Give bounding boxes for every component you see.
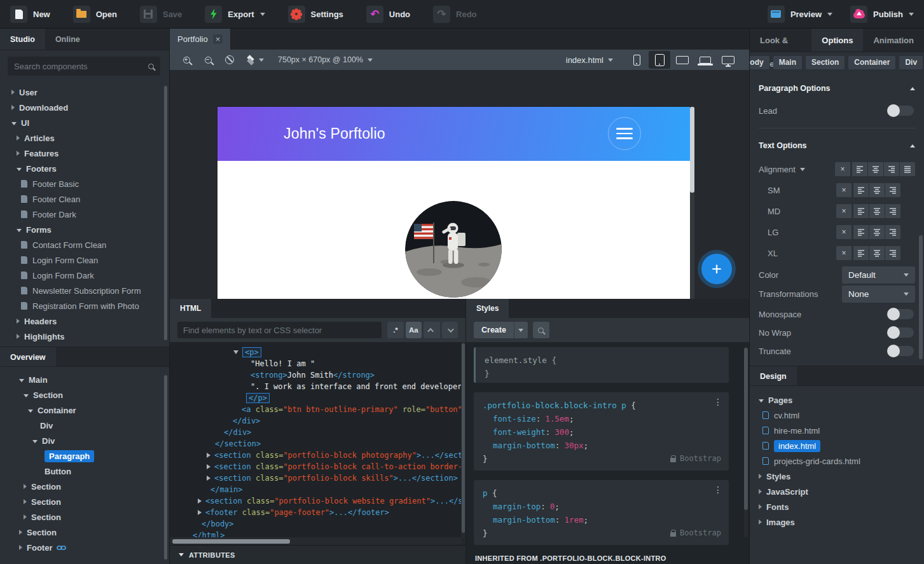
device-phone-button[interactable]: [626, 51, 647, 69]
tab-html[interactable]: HTML: [170, 299, 211, 318]
no-wrap-toggle[interactable]: [888, 327, 914, 338]
align-center-button[interactable]: [869, 183, 885, 197]
tab-styles[interactable]: Styles: [466, 299, 509, 318]
html-horizontal-scrollbar-thumb[interactable]: [172, 539, 290, 544]
align-right-button[interactable]: [885, 246, 900, 260]
device-landscape-button[interactable]: [672, 51, 693, 69]
breadcrumb-section[interactable]: Section: [806, 56, 845, 69]
design-item-projects-grid-cards-html[interactable]: projects-grid-cards.html: [750, 453, 920, 469]
design-item-index-html[interactable]: index.html: [750, 438, 920, 453]
overview-item-div-2[interactable]: Div: [0, 433, 163, 448]
export-button[interactable]: Export: [205, 6, 265, 23]
page-preview[interactable]: John's Porftolio: [217, 107, 690, 299]
tree-item-footer-basic[interactable]: Footer Basic: [0, 176, 163, 191]
device-tablet-button[interactable]: [649, 51, 670, 69]
create-style-button[interactable]: Create: [474, 322, 514, 338]
astronaut-profile-image[interactable]: [405, 201, 502, 298]
preview-button[interactable]: Preview: [768, 6, 832, 23]
css-block-p[interactable]: ⋮ p { margin-top:0; margin-bottom:1rem; …: [474, 480, 729, 545]
search-input[interactable]: [14, 62, 148, 71]
hamburger-menu-icon[interactable]: [608, 117, 641, 150]
monospace-toggle[interactable]: [888, 309, 914, 319]
settings-button[interactable]: Settings: [288, 6, 343, 23]
overview-item-section[interactable]: Section: [0, 387, 163, 402]
case-sensitive-button[interactable]: Aa: [406, 322, 422, 338]
transformations-select[interactable]: None: [842, 285, 915, 303]
align-right-button[interactable]: [885, 183, 900, 197]
align-clear-button[interactable]: ×: [836, 204, 852, 218]
overview-item-footer[interactable]: Footer: [0, 540, 163, 555]
tab-options[interactable]: Options: [811, 29, 863, 52]
new-button[interactable]: New: [10, 6, 50, 23]
truncate-toggle[interactable]: [888, 346, 914, 356]
tab-animation[interactable]: Animation: [863, 29, 924, 52]
overview-item-main[interactable]: Main: [0, 372, 163, 387]
page-body[interactable]: [217, 161, 690, 299]
tree-item-user[interactable]: User: [0, 85, 163, 100]
canvas-size-control[interactable]: 750px × 670px @ 100%: [278, 55, 373, 64]
lead-toggle[interactable]: [888, 106, 914, 116]
align-center-button[interactable]: [869, 225, 885, 239]
close-tab-icon[interactable]: ×: [213, 34, 223, 44]
overview-item-container[interactable]: Container: [0, 402, 163, 418]
canvas-scrollbar-thumb[interactable]: [690, 107, 694, 193]
code-line-p-open[interactable]: <p>: [170, 347, 461, 358]
code-line-main-close[interactable]: </main>: [170, 484, 461, 495]
save-button[interactable]: Save: [140, 6, 182, 23]
tree-item-headers[interactable]: Headers: [0, 313, 163, 329]
align-clear-button[interactable]: ×: [836, 183, 852, 197]
code-line-footer[interactable]: <footer class="page-footer">...</footer>: [170, 507, 461, 518]
tree-item-registration-form-with-photo[interactable]: Registration Form with Photo: [0, 298, 163, 313]
kebab-menu-icon[interactable]: ⋮: [714, 397, 722, 406]
overview-item-button[interactable]: Button: [0, 464, 163, 479]
create-style-caret-button[interactable]: [514, 322, 528, 338]
code-line-hello-text[interactable]: "Hello! I am ": [170, 358, 461, 369]
paragraph-options-header[interactable]: Paragraph Options: [759, 82, 915, 95]
overview-item-section-5[interactable]: Section: [0, 525, 163, 540]
align-right-button[interactable]: [885, 204, 900, 218]
align-left-button[interactable]: [853, 204, 869, 218]
design-item-cv-html[interactable]: cv.html: [750, 408, 920, 423]
page-navbar[interactable]: John's Porftolio: [217, 107, 690, 161]
overview-item-section-4[interactable]: Section: [0, 509, 163, 525]
code-line-strong[interactable]: <strong>John Smith</strong>: [170, 369, 461, 381]
align-left-button[interactable]: [853, 183, 869, 197]
design-item-javascript[interactable]: JavaScript: [750, 484, 920, 499]
align-right-button[interactable]: [885, 225, 900, 239]
breadcrumb-main[interactable]: Main: [773, 56, 802, 69]
tree-item-footers[interactable]: Footers: [0, 161, 163, 176]
overview-item-section-2[interactable]: Section: [0, 479, 163, 494]
styles-scrollbar-thumb[interactable]: [744, 348, 748, 510]
align-clear-button[interactable]: ×: [836, 246, 852, 260]
component-tree-scrollbar[interactable]: [164, 86, 167, 340]
publish-button[interactable]: Publish: [850, 6, 914, 23]
tree-item-features[interactable]: Features: [0, 146, 163, 161]
code-line-section-photography[interactable]: <section class="portfolio-block photogra…: [170, 450, 461, 461]
breadcrumb-container[interactable]: Container: [848, 56, 895, 69]
device-desktop-button[interactable]: [717, 51, 739, 69]
color-select[interactable]: Default: [842, 266, 915, 284]
options-scrollbar-thumb[interactable]: [919, 235, 923, 359]
code-line-section-close[interactable]: </section>: [170, 438, 461, 450]
find-elements-input[interactable]: [177, 322, 382, 338]
align-left-button[interactable]: [853, 225, 869, 239]
align-center-button[interactable]: [868, 162, 883, 176]
breadcrumb-div[interactable]: Div: [899, 56, 923, 69]
code-line-body-close[interactable]: </body>: [170, 518, 461, 530]
align-left-button[interactable]: [853, 246, 869, 260]
zoom-out-button[interactable]: [200, 52, 216, 67]
disable-overlay-button[interactable]: [222, 52, 237, 67]
align-clear-button[interactable]: ×: [835, 162, 850, 176]
tab-overview[interactable]: Overview: [0, 347, 56, 366]
tab-portfolio[interactable]: Portfolio ×: [170, 29, 230, 50]
code-line-section-website-gradient[interactable]: <section class="portfolio-block website …: [170, 495, 461, 507]
collapse-section-icon[interactable]: [910, 144, 915, 148]
tree-item-login-form-dark[interactable]: Login Form Dark: [0, 268, 163, 283]
styles-search-button[interactable]: [533, 322, 549, 338]
collapse-section-icon[interactable]: [910, 87, 915, 90]
code-line-div-close-2[interactable]: </div>: [170, 427, 461, 438]
kebab-menu-icon[interactable]: ⋮: [714, 485, 722, 494]
code-line-section-call-to-action[interactable]: <section class="portfolio-block call-to-…: [170, 461, 461, 472]
regex-toggle-button[interactable]: .*: [387, 322, 403, 338]
align-right-button[interactable]: [884, 162, 899, 176]
